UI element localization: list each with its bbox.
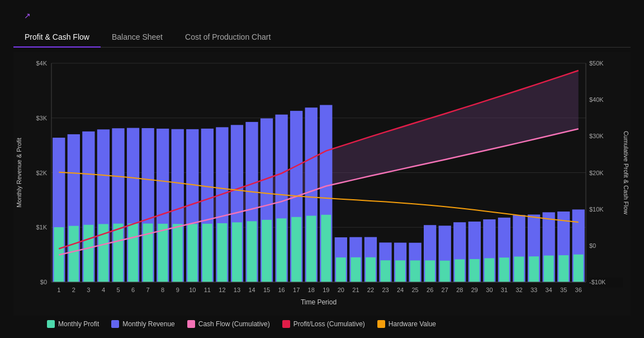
legend-label-monthly-profit: Monthly Profit xyxy=(58,320,99,328)
chart-area xyxy=(13,52,631,316)
legend-hardware-value: Hardware Value xyxy=(377,320,436,328)
legend-cash-flow: Cash Flow (Cumulative) xyxy=(187,320,270,328)
tab-profit-cashflow[interactable]: Profit & Cash Flow xyxy=(13,28,101,47)
page-header: ↗ xyxy=(13,11,631,20)
legend-label-profit-loss: Profit/Loss (Cumulative) xyxy=(293,320,365,328)
tab-bar: Profit & Cash Flow Balance Sheet Cost of… xyxy=(13,28,631,48)
main-chart xyxy=(13,52,631,316)
legend-label-hardware-value: Hardware Value xyxy=(389,320,436,328)
chart-legend: Monthly Profit Monthly Revenue Cash Flow… xyxy=(13,316,631,332)
legend-label-cash-flow: Cash Flow (Cumulative) xyxy=(198,320,270,328)
share-button[interactable]: ↗ xyxy=(21,11,31,20)
share-icon: ↗ xyxy=(24,11,31,20)
legend-label-monthly-revenue: Monthly Revenue xyxy=(122,320,174,328)
legend-color-hardware-value xyxy=(377,320,385,328)
tab-balance-sheet[interactable]: Balance Sheet xyxy=(101,28,174,47)
legend-color-monthly-revenue xyxy=(111,320,119,328)
legend-profit-loss: Profit/Loss (Cumulative) xyxy=(282,320,365,328)
legend-monthly-revenue: Monthly Revenue xyxy=(111,320,174,328)
legend-monthly-profit: Monthly Profit xyxy=(47,320,99,328)
legend-color-cash-flow xyxy=(187,320,195,328)
tab-cost-production[interactable]: Cost of Production Chart xyxy=(174,28,282,47)
legend-color-monthly-profit xyxy=(47,320,55,328)
legend-color-profit-loss xyxy=(282,320,290,328)
